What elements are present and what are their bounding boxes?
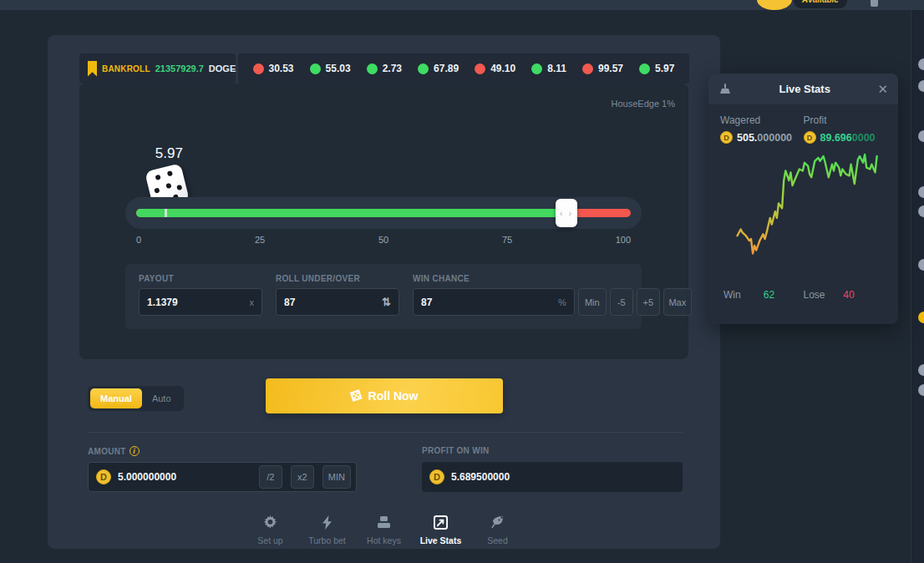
tab-turbo-bet[interactable]: Turbo bet: [300, 510, 355, 550]
gear-icon: [263, 515, 277, 530]
chat-edge-strip: [911, 10, 924, 563]
roll-under-over-input[interactable]: [284, 297, 378, 308]
win-chance-max-button[interactable]: Max: [663, 288, 692, 316]
profit-on-win-field: D 5.689500000: [422, 462, 683, 492]
recent-roll-value: 30.53: [269, 63, 294, 74]
win-chance--5-button[interactable]: -5: [610, 288, 633, 316]
live-stats-header: Live Stats ✕: [708, 74, 898, 104]
amount-half2-button[interactable]: /2: [259, 465, 282, 489]
tab-label: Live Stats: [420, 535, 462, 545]
chat-emoji-dot: [918, 58, 924, 70]
info-icon[interactable]: i: [129, 446, 140, 456]
chat-emoji-dot: [918, 186, 924, 198]
win-chance-suffix: %: [558, 297, 566, 307]
bolt-icon: [322, 515, 333, 530]
recent-roll-item[interactable]: 49.10: [475, 63, 515, 74]
tab-label: Hot keys: [367, 535, 401, 545]
scale-label: 75: [502, 235, 512, 245]
recent-roll-item[interactable]: 99.57: [582, 63, 623, 74]
recent-roll-value: 55.03: [326, 63, 351, 74]
slider-scale: 0255075100: [136, 235, 631, 246]
seed-icon: [490, 515, 505, 530]
recent-roll-item[interactable]: 8.11: [531, 63, 566, 74]
slider-handle[interactable]: ‹ ›: [556, 199, 577, 227]
tab-label: Turbo bet: [308, 535, 346, 545]
ribbon-icon: [88, 61, 97, 77]
recent-roll-value: 67.89: [434, 63, 459, 74]
lose-count: 40: [843, 289, 883, 301]
tab-label: Set up: [257, 535, 282, 545]
profit-value: D 89.6960000: [804, 131, 887, 144]
recent-roll-item[interactable]: 2.73: [367, 63, 402, 74]
profit-chart: [720, 147, 886, 287]
bankroll-chip: BANKROLL 21357929.7 DOGE: [79, 53, 236, 84]
mode-manual-button[interactable]: Manual: [90, 388, 142, 408]
lose-dot-icon: [253, 63, 264, 74]
bankroll-label: BANKROLL: [102, 64, 150, 74]
recent-roll-value: 2.73: [383, 63, 402, 74]
recent-rolls: 30.5355.032.7367.8949.108.1199.575.97: [238, 53, 689, 84]
slider-track[interactable]: ‹ ›: [136, 209, 631, 217]
dice-game-panel: BANKROLL 21357929.7 DOGE 30.5355.032.736…: [48, 35, 720, 549]
tab-set-up[interactable]: Set up: [243, 510, 298, 550]
amount-label-row: AMOUNT i: [88, 446, 140, 456]
win-chance-label: WIN CHANCE: [413, 274, 692, 283]
win-chance-min-button[interactable]: Min: [578, 288, 607, 316]
live-stats-title: Live Stats: [732, 83, 877, 95]
lose-dot-icon: [475, 63, 485, 74]
doge-coin-icon: D: [429, 469, 444, 484]
mode-auto-button[interactable]: Auto: [142, 388, 181, 408]
lose-label: Lose: [804, 289, 844, 301]
recent-roll-item[interactable]: 5.97: [639, 63, 674, 74]
tab-hot-keys[interactable]: Hot keys: [357, 510, 412, 550]
recent-roll-value: 5.97: [655, 63, 674, 74]
win-lose-row: Win 62 Lose 40: [720, 287, 886, 301]
last-roll-result: 5.97: [144, 145, 194, 162]
tab-seed[interactable]: Seed: [470, 510, 525, 550]
doge-coin-icon: D: [96, 469, 111, 484]
house-edge-label: HouseEdge 1%: [612, 99, 675, 109]
close-icon[interactable]: ✕: [877, 82, 888, 97]
win-chance-+5-button[interactable]: +5: [637, 288, 660, 316]
payout-input[interactable]: [147, 297, 246, 308]
recent-roll-item[interactable]: 30.53: [253, 63, 294, 74]
bet-mode-toggle: ManualAuto: [88, 386, 184, 411]
win-label: Win: [723, 289, 764, 301]
chat-emoji-dot: [918, 312, 924, 323]
available-badge: Available: [794, 0, 847, 8]
bankroll-value: 21357929.7: [155, 63, 204, 74]
recent-roll-value: 8.11: [547, 63, 566, 74]
tab-label: Seed: [487, 535, 508, 545]
hotkeys-icon: [377, 515, 391, 530]
broom-icon[interactable]: [718, 83, 732, 96]
amount-x2-button[interactable]: x2: [291, 465, 314, 489]
game-area: HouseEdge 1% 5.97 ‹ › 0255075100 PAYOUT …: [79, 84, 688, 359]
piggy-bank-icon[interactable]: [757, 0, 792, 10]
profit-on-win-value: 5.689500000: [451, 471, 510, 483]
navbar-mini-icon[interactable]: [871, 0, 878, 7]
amount-input[interactable]: [118, 471, 251, 483]
swap-under-over-icon[interactable]: ⇅: [382, 296, 391, 308]
recent-roll-item[interactable]: 67.89: [418, 63, 459, 74]
recent-roll-value: 99.57: [598, 63, 623, 74]
chat-emoji-dot: [918, 80, 924, 92]
top-navbar: Available: [0, 0, 924, 10]
roll-slider: ‹ ›: [125, 197, 642, 229]
livestats-icon: [434, 515, 448, 530]
recent-roll-item[interactable]: 55.03: [310, 63, 351, 74]
win-dot-icon: [418, 63, 429, 74]
section-divider: [88, 432, 683, 433]
tab-live-stats[interactable]: Live Stats: [414, 510, 469, 550]
amount-label: AMOUNT: [88, 447, 126, 456]
amount-min-button[interactable]: MIN: [322, 465, 351, 489]
recent-roll-value: 49.10: [490, 63, 515, 74]
win-dot-icon: [531, 63, 542, 74]
profit-label: Profit: [804, 114, 887, 126]
wagered-label: Wagered: [720, 114, 804, 126]
chat-emoji-dot: [918, 384, 924, 396]
doge-coin-icon: D: [720, 131, 733, 144]
slider-result-tick: [165, 209, 167, 217]
roll-now-button[interactable]: ⚄ Roll Now: [266, 378, 503, 413]
lose-dot-icon: [582, 63, 593, 74]
win-chance-input[interactable]: [421, 297, 555, 308]
